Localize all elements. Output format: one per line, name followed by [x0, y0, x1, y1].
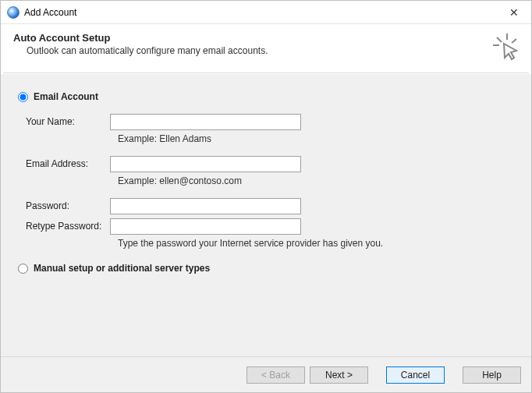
password-hint: Type the password your Internet service …: [118, 238, 516, 249]
email-address-example: Example: ellen@contoso.com: [118, 175, 516, 186]
retype-password-input[interactable]: [110, 218, 301, 235]
close-button[interactable]: ✕: [496, 2, 531, 23]
globe-icon: [7, 6, 20, 19]
click-cursor-icon: [493, 34, 521, 62]
your-name-input[interactable]: [110, 114, 301, 130]
help-button[interactable]: Help: [463, 366, 521, 384]
wizard-title: Auto Account Setup: [13, 32, 493, 44]
option-email-radio[interactable]: [18, 92, 28, 102]
wizard-body: Email Account Your Name: Example: Ellen …: [1, 73, 531, 356]
svg-line-3: [497, 37, 502, 42]
wizard-footer: < Back Next > Cancel Help: [1, 356, 531, 392]
email-address-label: Email Address:: [26, 158, 110, 169]
your-name-example: Example: Ellen Adams: [118, 133, 516, 144]
password-label: Password:: [26, 200, 110, 211]
email-form: Your Name: Example: Ellen Adams Email Ad…: [18, 113, 516, 249]
password-input[interactable]: [110, 198, 301, 214]
close-icon: ✕: [509, 6, 519, 19]
retype-password-label: Retype Password:: [26, 221, 110, 232]
email-address-input[interactable]: [110, 156, 301, 172]
option-manual-setup[interactable]: Manual setup or additional server types: [18, 263, 516, 274]
titlebar: Add Account ✕: [1, 1, 531, 24]
wizard-desc: Outlook can automatically configure many…: [13, 45, 493, 56]
add-account-dialog: Add Account ✕ Auto Account Setup Outlook…: [0, 0, 532, 393]
cancel-button[interactable]: Cancel: [386, 366, 445, 384]
option-manual-radio[interactable]: [18, 264, 28, 274]
next-button[interactable]: Next >: [310, 366, 368, 384]
option-email-account[interactable]: Email Account: [18, 91, 516, 102]
option-email-label: Email Account: [34, 91, 98, 102]
back-button: < Back: [246, 366, 305, 384]
svg-line-2: [512, 39, 516, 43]
wizard-header: Auto Account Setup Outlook can automatic…: [1, 24, 531, 73]
your-name-label: Your Name:: [26, 116, 110, 127]
window-title: Add Account: [24, 7, 496, 18]
option-manual-label: Manual setup or additional server types: [34, 263, 210, 274]
